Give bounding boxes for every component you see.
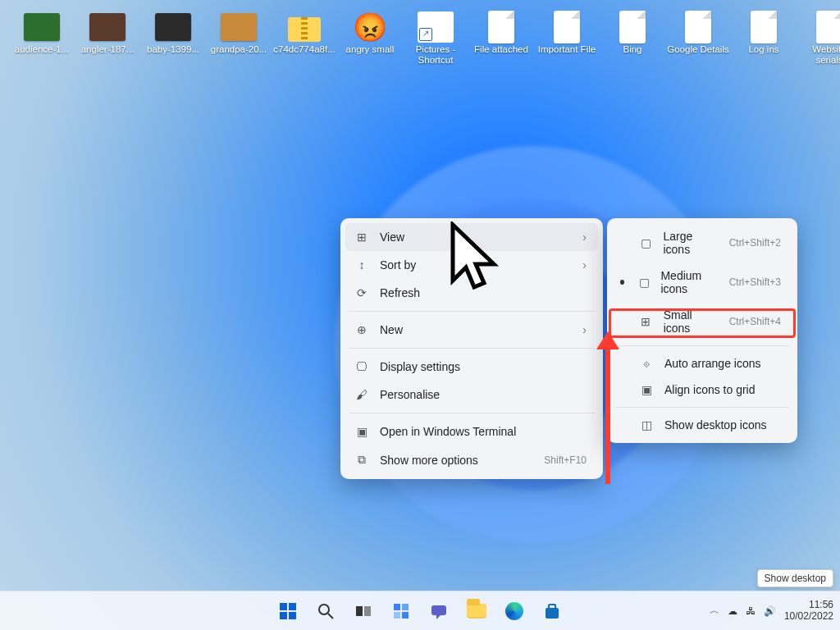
menu-item[interactable]: ◫Show desktop icons [612,412,792,438]
menu-item-label: Align icons to grid [664,383,756,396]
menu-item[interactable]: ⊕New› [345,316,598,344]
menu-item-label: Display settings [380,360,460,373]
desktop-icon[interactable]: Google Details [666,10,730,82]
svg-rect-8 [364,606,371,616]
menu-item[interactable]: ▣Align icons to grid [612,377,792,403]
svg-line-6 [328,614,333,619]
file-icon [745,10,783,44]
desktop-icon-label: grandpa-20... [211,44,267,55]
desktop-icon[interactable]: File attached [469,10,533,82]
svg-marker-14 [436,615,441,619]
desktop-icon[interactable]: baby-1399... [141,10,205,82]
menu-item-icon: ▢ [637,276,651,289]
onedrive-icon[interactable]: ☁ [728,605,737,617]
desktop-icon-label: Important File [538,44,596,55]
view-submenu: ▢Large iconsCtrl+Shift+2▢Medium iconsCtr… [607,218,797,443]
menu-item-icon: ⊞ [354,231,370,244]
desktop-icon-label: Website serials [798,44,840,66]
emoji-icon: 😡 [351,10,389,44]
menu-item-label: Personalise [380,388,440,401]
taskbar-center [272,595,568,628]
svg-marker-0 [453,225,494,287]
submenu-arrow-icon: › [582,323,587,336]
menu-item-icon: ⧉ [354,453,370,467]
volume-icon[interactable]: 🔊 [764,605,776,617]
system-tray[interactable]: ︿ ☁ 🖧 🔊 11:56 10/02/2022 [710,600,833,623]
submenu-arrow-icon: › [582,258,587,272]
menu-separator [349,413,595,413]
file-icon [548,10,586,44]
img-icon [154,10,192,44]
menu-item-icon: ⟳ [354,286,370,299]
menu-item-shortcut: Ctrl+Shift+2 [729,237,781,249]
menu-item[interactable]: ▢Medium iconsCtrl+Shift+3 [612,262,792,302]
desktop-icon[interactable]: audience-1... [10,10,74,82]
menu-item-icon: ▣ [354,425,370,438]
menu-item-shortcut: Ctrl+Shift+3 [729,276,781,288]
desktop-icon[interactable]: Pictures - Shortcut [404,10,468,82]
taskbar: ︿ ☁ 🖧 🔊 11:56 10/02/2022 [0,591,840,630]
menu-separator [349,311,595,312]
desktop-icon[interactable]: Important File [535,10,599,82]
annotation-arrow-head [596,331,619,349]
menu-item[interactable]: ⧉Show more optionsShift+F10 [345,445,598,474]
menu-separator [615,407,789,408]
desktop-icon-label: Bing [623,44,641,55]
desktop-icon-label: baby-1399... [147,44,199,55]
menu-item-icon: ⟐ [638,357,655,370]
menu-item[interactable]: ⟐Auto arrange icons [612,350,792,377]
menu-item-icon: ↕ [354,258,370,272]
desktop-icon[interactable]: Log ins [732,10,796,82]
menu-item-icon: ⊞ [638,315,654,328]
menu-separator [615,345,789,346]
file-icon [810,10,840,44]
desktop-icon[interactable]: angler-187... [75,10,139,82]
menu-item-icon: 🖌 [354,388,370,401]
menu-item[interactable]: 🖌Personalise [345,381,598,409]
menu-item[interactable]: 🖵Display settings [345,353,598,381]
file-explorer-button[interactable] [460,595,493,628]
desktop-icon[interactable]: Website serials [797,10,840,82]
img-icon [220,10,258,44]
desktop-icon[interactable]: c74dc774a8f... [272,10,336,82]
start-button[interactable] [272,595,304,628]
cursor-pointer [450,221,507,297]
desktop-icon[interactable]: 😡angry small [338,10,402,82]
svg-point-5 [319,605,329,614]
menu-item-icon: ▣ [638,383,655,396]
desktop-icon-label: Pictures - Shortcut [404,44,467,66]
clock[interactable]: 11:56 10/02/2022 [784,600,833,623]
zip-icon [285,10,323,44]
search-button[interactable] [309,595,342,628]
edge-button[interactable] [498,595,531,628]
svg-rect-12 [402,612,409,619]
submenu-arrow-icon: › [582,231,587,244]
desktop-icon-label: c74dc774a8f... [273,44,335,55]
widgets-button[interactable] [385,595,418,628]
menu-item-label: Small icons [664,308,719,335]
clock-time: 11:56 [809,600,833,611]
menu-item[interactable]: ⊞Small iconsCtrl+Shift+4 [612,302,792,341]
menu-item-label: Medium icons [660,269,719,295]
menu-item[interactable]: ▢Large iconsCtrl+Shift+2 [612,223,792,262]
menu-item-label: Show desktop icons [664,418,767,431]
menu-item[interactable]: ▣Open in Windows Terminal [345,418,598,445]
store-button[interactable] [536,595,568,628]
desktop-icon-label: audience-1... [15,44,70,55]
svg-rect-7 [356,606,363,616]
network-icon[interactable]: 🖧 [746,605,756,617]
menu-item-label: Sort by [380,258,416,272]
taskview-button[interactable] [347,595,380,628]
radio-bullet [620,280,624,285]
menu-item-label: Auto arrange icons [664,357,761,370]
desktop-icon[interactable]: grandpa-20... [207,10,271,82]
shortcut-icon [417,10,454,44]
desktop-icon-label: angler-187... [81,44,135,55]
img-icon [89,10,126,44]
desktop-icon[interactable]: Bing [600,10,664,82]
desktop-icon-label: File attached [474,44,528,55]
menu-item-label: Show more options [380,454,478,467]
chat-button[interactable] [422,595,455,628]
menu-item-label: Large icons [663,230,719,256]
tray-overflow-icon[interactable]: ︿ [710,604,719,618]
